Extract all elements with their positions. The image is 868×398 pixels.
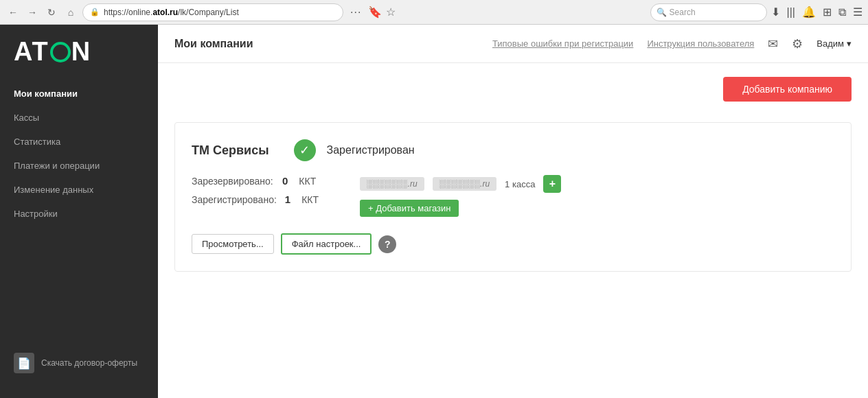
screen-icon[interactable]: ⧉: [838, 6, 846, 19]
registered-label: Зарегистрировано:: [192, 194, 277, 205]
add-kassa-button[interactable]: +: [543, 175, 561, 193]
company-stores: ░░░░░░░.ru ░░░░░░░.ru 1 касса + + Добави…: [360, 175, 561, 217]
view-button[interactable]: Просмотреть...: [192, 234, 274, 254]
search-icon: 🔍: [656, 8, 667, 17]
reserved-value: 0: [282, 175, 288, 187]
add-company-button[interactable]: Добавить компанию: [723, 77, 852, 102]
store-url-1[interactable]: ░░░░░░░.ru: [360, 177, 424, 191]
grid-icon[interactable]: ⊞: [823, 5, 832, 19]
browser-search-bar[interactable]: 🔍 Search: [650, 3, 767, 21]
kassa-count: 1 касса: [505, 179, 535, 189]
reload-button[interactable]: ↻: [44, 5, 59, 20]
company-body: Зарезервировано: 0 ККТ Зарегистрировано:…: [192, 175, 834, 217]
status-registered-icon: ✓: [294, 139, 316, 161]
reserved-stat: Зарезервировано: 0 ККТ: [192, 175, 319, 187]
page-title: Мои компании: [174, 38, 253, 50]
sidebar-item-settings[interactable]: Настройки: [0, 202, 158, 226]
store-row-2: + Добавить магазин: [360, 200, 561, 217]
bookmark-icon[interactable]: 🔖: [368, 5, 382, 19]
sidebar-item-statistics[interactable]: Статистика: [0, 130, 158, 154]
star-icon[interactable]: ☆: [386, 5, 396, 19]
url-text: https://online.atol.ru/lk/Company/List: [104, 8, 336, 17]
typical-errors-link[interactable]: Типовые ошибки при регистрации: [492, 38, 633, 49]
main-header: Мои компании Типовые ошибки при регистра…: [158, 25, 868, 63]
company-stats: Зарезервировано: 0 ККТ Зарегистрировано:…: [192, 175, 319, 217]
company-name: ТМ Сервисы: [192, 143, 269, 158]
company-card: ТМ Сервисы ✓ Зарегистрирован Зарезервиро…: [174, 122, 852, 272]
add-shop-button[interactable]: + Добавить магазин: [360, 200, 459, 217]
registered-unit: ККТ: [301, 194, 319, 205]
mail-icon[interactable]: ✉: [768, 36, 778, 51]
chevron-down-icon: ▾: [847, 38, 852, 49]
user-menu[interactable]: Вадим ▾: [816, 38, 852, 49]
menu-dots[interactable]: ···: [350, 6, 361, 19]
back-button[interactable]: ←: [5, 5, 21, 20]
user-name: Вадим: [816, 38, 844, 49]
search-placeholder-text: Search: [670, 8, 696, 17]
logo-o-icon: [50, 42, 71, 62]
bookmarks-icon[interactable]: |||: [787, 6, 795, 19]
gear-icon[interactable]: ⚙: [792, 36, 803, 51]
reserved-unit: ККТ: [299, 176, 316, 187]
footer-label: Скачать договор-оферты: [41, 358, 137, 368]
registered-stat: Зарегистрировано: 1 ККТ: [192, 194, 319, 205]
user-manual-link[interactable]: Инструкция пользователя: [647, 38, 754, 49]
browser-icons-group: ⬇ ||| 🔔 ⊞ ⧉ ☰: [771, 5, 863, 19]
sidebar-nav: Мои компании Кассы Статистика Платежи и …: [0, 82, 158, 342]
registered-value: 1: [285, 194, 290, 205]
sidebar-item-my-companies[interactable]: Мои компании: [0, 82, 158, 106]
content-area: Добавить компанию ТМ Сервисы ✓ Зарегистр…: [158, 63, 868, 398]
main-content: Мои компании Типовые ошибки при регистра…: [158, 25, 868, 398]
forward-button[interactable]: →: [25, 5, 40, 20]
sidebar-logo: ATN: [0, 25, 158, 82]
download-contract-icon: 📄: [14, 353, 34, 373]
home-button[interactable]: ⌂: [63, 5, 78, 20]
download-icon[interactable]: ⬇: [771, 5, 780, 19]
company-actions: Просмотреть... Файл настроек... ?: [192, 233, 834, 255]
sidebar-item-payments[interactable]: Платежи и операции: [0, 154, 158, 178]
sidebar-footer-download[interactable]: 📄 Скачать договор-оферты: [0, 342, 158, 384]
content-top: Добавить компанию: [174, 77, 852, 115]
logo: ATN: [14, 38, 144, 65]
help-icon[interactable]: ?: [378, 235, 396, 253]
bell-icon[interactable]: 🔔: [802, 5, 816, 19]
settings-file-button[interactable]: Файл настроек...: [281, 233, 372, 255]
reserved-label: Зарезервировано:: [192, 176, 274, 187]
sidebar-item-kassas[interactable]: Кассы: [0, 106, 158, 130]
app-container: ATN Мои компании Кассы Статистика Платеж…: [0, 25, 868, 398]
store-url-2[interactable]: ░░░░░░░.ru: [433, 177, 497, 191]
url-bar[interactable]: 🔒 https://online.atol.ru/lk/Company/List: [82, 3, 343, 21]
hamburger-icon[interactable]: ☰: [853, 5, 863, 19]
company-header: ТМ Сервисы ✓ Зарегистрирован: [192, 139, 834, 161]
browser-chrome: ← → ↻ ⌂ 🔒 https://online.atol.ru/lk/Comp…: [0, 0, 868, 25]
sidebar: ATN Мои компании Кассы Статистика Платеж…: [0, 25, 158, 398]
status-label: Зарегистрирован: [327, 144, 415, 156]
lock-icon: 🔒: [90, 8, 100, 16]
store-row-1: ░░░░░░░.ru ░░░░░░░.ru 1 касса +: [360, 175, 561, 193]
sidebar-item-change-data[interactable]: Изменение данных: [0, 178, 158, 202]
